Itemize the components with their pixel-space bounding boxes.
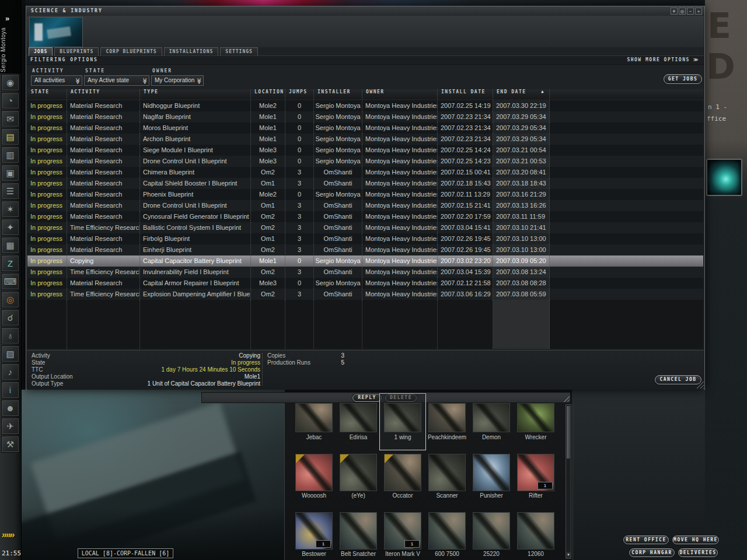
neocom-journal-icon[interactable]: ▧ — [1, 345, 19, 362]
table-row[interactable]: In progressTime Efficiency ResearchInvul… — [27, 267, 703, 278]
cell-activity: Material Research — [67, 100, 140, 111]
neocom-starmap-icon[interactable]: ✦ — [1, 219, 19, 236]
ship-thumbnail-12060[interactable] — [517, 512, 554, 550]
close-icon[interactable]: × — [695, 8, 702, 15]
tab-corp-blueprints[interactable]: CORP BLUEPRINTS — [100, 47, 162, 55]
filter-dropdown-owner[interactable]: My Corporation≫ — [151, 75, 204, 86]
cell-state: In progress — [27, 167, 67, 178]
neocom-mail-icon[interactable]: ✉ — [1, 110, 19, 127]
neocom-news-icon[interactable]: ☰ — [1, 183, 19, 200]
column-header-installer[interactable]: INSTALLER — [314, 89, 362, 99]
neocom-assets-icon[interactable]: ▦ — [1, 237, 19, 254]
tab-settings[interactable]: SETTINGS — [220, 47, 258, 55]
neocom-people-places-icon[interactable]: ◔ — [1, 92, 19, 109]
table-row[interactable]: In progressMaterial ResearchFirbolg Blue… — [27, 233, 703, 244]
ship-thumbnail-edirisa[interactable] — [340, 403, 377, 432]
ship-thumbnail-jebac[interactable] — [295, 403, 333, 432]
column-header-state[interactable]: STATE — [27, 89, 67, 99]
tab-jobs[interactable]: JOBS — [29, 47, 53, 55]
move-hq-here-button[interactable]: MOVE HQ HERE — [672, 536, 719, 544]
tab-installations[interactable]: INSTALLATIONS — [164, 47, 219, 55]
ship-thumbnail-rifter[interactable]: 1 — [517, 454, 554, 491]
table-row[interactable]: In progressMaterial ResearchCapital Armo… — [27, 278, 703, 289]
column-header-end_date[interactable]: END DATE▲ — [493, 89, 550, 99]
jobs-table-header: STATEACTIVITYTYPELOCATIONJUMPSINSTALLERO… — [27, 89, 703, 99]
ship-thumbnail-belt-snatcher[interactable] — [340, 512, 377, 550]
neocom-jukebox-icon[interactable]: ♪ — [1, 363, 19, 380]
ship-thumbnail-woooosh[interactable] — [295, 454, 333, 491]
table-row[interactable]: In progressMaterial ResearchMoros Bluepr… — [27, 123, 703, 134]
scroll-down-icon[interactable]: ▼ — [566, 552, 571, 558]
column-header-install_date[interactable]: INSTALL DATE — [438, 89, 493, 99]
table-row[interactable]: In progressTime Efficiency ResearchExplo… — [27, 289, 703, 300]
expand-arrow-icon[interactable]: » — [5, 14, 9, 23]
neocom-ships-icon[interactable]: ✈ — [1, 418, 19, 435]
neocom-repairshop-icon[interactable]: ⚒ — [1, 436, 19, 453]
rent-office-button[interactable]: RENT OFFICE — [623, 536, 669, 544]
ship-thumbnail-600-7500[interactable] — [428, 512, 466, 550]
ship-thumbnail-1-wing[interactable] — [384, 403, 421, 432]
column-header-location[interactable]: LOCATION — [251, 89, 285, 99]
neocom-portrait-icon[interactable]: ☻ — [1, 400, 19, 416]
deliveries-button[interactable]: DELIVERIES — [678, 548, 718, 557]
neocom-sales-icon[interactable]: ▣ — [1, 164, 19, 181]
table-row[interactable]: In progressMaterial ResearchNidhoggur Bl… — [27, 100, 703, 111]
table-row[interactable]: In progressMaterial ResearchNaglfar Blue… — [27, 111, 703, 123]
ship-thumbnail-bestower[interactable]: 1 — [295, 512, 333, 550]
table-row[interactable]: In progressMaterial ResearchChimera Blue… — [27, 167, 703, 178]
table-row[interactable]: In progressMaterial ResearchDrone Contro… — [27, 156, 703, 167]
hangar-scrollbar[interactable]: ▼ — [566, 404, 571, 559]
window-titlebar[interactable]: SCIENCE & INDUSTRY ✳◎−× — [26, 6, 704, 16]
column-header-activity[interactable]: ACTIVITY — [67, 89, 140, 99]
table-row[interactable]: In progressMaterial ResearchCynosural Fi… — [27, 211, 703, 222]
station-service-icon[interactable] — [706, 159, 742, 196]
table-row[interactable]: In progressMaterial ResearchSiege Module… — [27, 145, 703, 156]
ship-label: Iteron Mark V — [381, 551, 425, 557]
table-row[interactable]: In progressMaterial ResearchDrone Contro… — [27, 200, 703, 211]
neocom-calculator-icon[interactable]: ⌨ — [1, 273, 19, 290]
reply-button[interactable]: REPLY — [352, 394, 382, 402]
column-header-owner[interactable]: OWNER — [362, 89, 438, 99]
ship-thumbnail-punisher[interactable] — [473, 454, 510, 491]
filter-dropdown-state[interactable]: Any Active state≫ — [84, 75, 149, 86]
neocom-market-icon[interactable]: ▥ — [1, 146, 19, 163]
ship-thumbnail-25220[interactable] — [473, 512, 510, 550]
neocom-help-icon[interactable]: ◎ — [1, 291, 19, 308]
ship-thumbnail-wrecker[interactable] — [517, 403, 554, 432]
table-row[interactable]: In progressMaterial ResearchArchon Bluep… — [27, 134, 703, 145]
table-row[interactable]: In progressMaterial ResearchPhoenix Blue… — [27, 189, 703, 200]
corp-hangar-button[interactable]: CORP HANGAR — [629, 548, 675, 557]
ship-thumbnail-scanner[interactable] — [428, 454, 466, 491]
pin-icon[interactable]: ✳ — [671, 8, 678, 15]
ship-thumbnail-iteron-mark-v[interactable]: 1 — [384, 512, 421, 550]
neocom-browser-icon[interactable]: ♁ — [1, 327, 19, 344]
table-row[interactable]: In progressTime Efficiency ResearchBalli… — [27, 222, 703, 233]
tab-blueprints[interactable]: BLUEPRINTS — [54, 47, 99, 55]
neocom-chevrons-icon[interactable]: »»» — [1, 530, 15, 540]
minimize-icon[interactable]: − — [687, 8, 694, 15]
resize-grip[interactable] — [564, 396, 570, 402]
get-jobs-button[interactable]: GET JOBS — [664, 74, 702, 84]
show-more-options-link[interactable]: SHOW MORE OPTIONS ≫ — [627, 57, 699, 62]
neocom-notepad-icon[interactable]: ▤ — [1, 128, 19, 145]
cancel-job-button[interactable]: CANCEL JOB — [655, 375, 701, 384]
chat-tab-local[interactable]: LOCAL [8]-CORP-FALLEN [6] — [78, 548, 173, 558]
column-header-jumps[interactable]: JUMPS — [285, 89, 314, 99]
neocom-map-icon[interactable]: ✶ — [1, 201, 19, 218]
cell-location: Mole3 — [251, 278, 285, 289]
ship-thumbnail-occator[interactable] — [384, 454, 421, 491]
table-row[interactable]: In progressMaterial ResearchCapital Shie… — [27, 178, 703, 189]
ship-thumbnail-demon[interactable] — [473, 403, 510, 432]
ship-thumbnail--eye-[interactable] — [340, 454, 377, 491]
neocom-wallet-icon[interactable]: Z — [1, 255, 19, 272]
neocom-character-icon[interactable]: ◉ — [1, 74, 19, 91]
filter-dropdown-activity[interactable]: All activities≫ — [31, 75, 82, 86]
neocom-info-icon[interactable]: i — [1, 382, 19, 398]
scrollbar-thumb[interactable] — [567, 406, 570, 459]
neocom-people-icon[interactable]: ☌ — [1, 309, 19, 326]
column-header-type[interactable]: TYPE — [140, 89, 251, 99]
table-row[interactable]: In progressCopyingCapital Capacitor Batt… — [27, 256, 703, 267]
ship-thumbnail-peachkindeem[interactable] — [428, 403, 466, 432]
table-row[interactable]: In progressMaterial ResearchEinherji Blu… — [27, 244, 703, 256]
compact-icon[interactable]: ◎ — [679, 8, 686, 15]
